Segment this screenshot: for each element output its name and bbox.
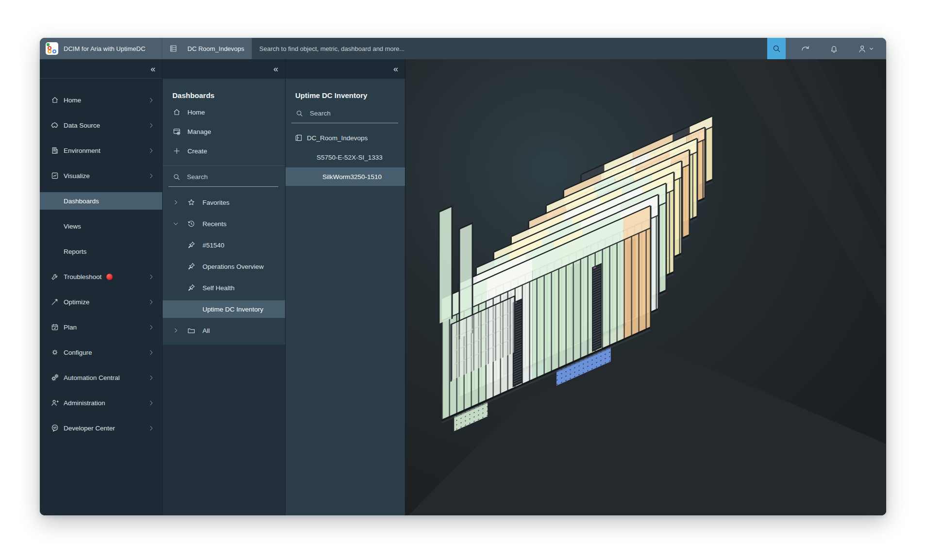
sidebar-item-optimize[interactable]: Optimize xyxy=(40,289,162,314)
sidebar-item-troubleshoot[interactable]: Troubleshoot xyxy=(40,264,162,289)
sidebar-item-reports[interactable]: Reports xyxy=(40,239,162,264)
dashboards-action-create[interactable]: Create xyxy=(163,141,285,161)
tree-item-operations-overview[interactable]: Operations Overview xyxy=(163,256,285,277)
tree-item-label: Self Health xyxy=(202,284,235,292)
inventory-panel-title: Uptime DC Inventory xyxy=(286,79,405,102)
star-icon xyxy=(187,198,196,207)
tree-item-51540[interactable]: #51540 xyxy=(163,234,285,256)
gears-icon xyxy=(51,373,59,382)
chevron-down-icon xyxy=(869,47,874,51)
tree-item-all[interactable]: All xyxy=(163,320,285,341)
pin-icon xyxy=(187,283,196,292)
dashboards-search-input[interactable] xyxy=(187,173,278,181)
inventory-item-label: SilkWorm3250-1510 xyxy=(322,173,382,181)
tree-item-favorites[interactable]: Favorites xyxy=(163,192,285,213)
chevron-right-icon xyxy=(148,148,154,154)
brand[interactable]: DCIM for Aria with UptimeDC xyxy=(40,38,162,59)
main-columns: « HomeData SourceEnvironmentVisualizeDas… xyxy=(40,59,886,515)
chevron-right-icon xyxy=(148,122,154,129)
sidebar-item-label: Configure xyxy=(64,349,92,356)
tree-item-recents[interactable]: Recents xyxy=(163,213,285,234)
inventory-search xyxy=(291,109,398,123)
sidebar-list: HomeData SourceEnvironmentVisualizeDashb… xyxy=(40,79,162,441)
sidebar-item-home[interactable]: Home xyxy=(40,87,162,113)
home-icon xyxy=(51,96,59,104)
folder-icon xyxy=(187,326,196,335)
room-icon xyxy=(294,133,303,142)
topbar: DCIM for Aria with UptimeDC DC Room_Inde… xyxy=(40,38,886,59)
plus-icon xyxy=(172,147,181,155)
sidebar-item-label: Views xyxy=(64,223,81,230)
sidebar-header: « xyxy=(40,59,162,79)
home-icon xyxy=(172,108,181,116)
redo-icon[interactable] xyxy=(800,44,810,54)
collapse-dashboards-panel-icon[interactable]: « xyxy=(273,65,278,73)
tree-item-label: #51540 xyxy=(202,242,224,249)
manage-icon xyxy=(172,127,181,136)
sidebar-item-label: Optimize xyxy=(64,298,89,306)
inventory-item-label: DC_Room_Indevops xyxy=(307,134,368,142)
sidebar-item-label: Developer Center xyxy=(64,425,115,432)
sidebar-item-environment[interactable]: Environment xyxy=(40,138,162,163)
sidebar-item-visualize[interactable]: Visualize xyxy=(40,163,162,188)
dashboards-actions: HomeManageCreate xyxy=(163,102,285,161)
dev-icon xyxy=(51,424,59,432)
sidebar-item-configure[interactable]: Configure xyxy=(40,340,162,365)
caret-down-icon[interactable] xyxy=(172,220,179,227)
chevron-right-icon xyxy=(148,324,154,330)
caret-right-icon[interactable] xyxy=(172,327,179,334)
sidebar-item-label: Environment xyxy=(64,147,101,154)
inventory-search-input[interactable] xyxy=(310,110,398,117)
inventory-panel: « Uptime DC Inventory DC_Room_IndevopsS5… xyxy=(285,59,405,515)
pin-icon xyxy=(187,241,196,249)
global-search xyxy=(252,38,767,59)
caret-right-icon[interactable] xyxy=(172,199,179,206)
sidebar-item-plan[interactable]: Plan xyxy=(40,314,162,340)
sidebar-item-label: Troubleshoot xyxy=(64,273,101,280)
sidebar-item-label: Dashboards xyxy=(64,198,99,205)
chevron-right-icon xyxy=(148,274,154,280)
wrench-icon xyxy=(51,272,59,281)
sidebar-item-views[interactable]: Views xyxy=(40,214,162,239)
divider xyxy=(163,165,285,166)
sidebar-item-label: Reports xyxy=(64,248,86,255)
action-label: Home xyxy=(187,109,205,116)
sidebar-item-dashboards[interactable]: Dashboards xyxy=(40,188,162,214)
user-menu[interactable] xyxy=(858,44,874,54)
collapse-sidebar-icon[interactable]: « xyxy=(151,65,155,73)
global-search-input[interactable] xyxy=(252,38,767,59)
sidebar-item-data-source[interactable]: Data Source xyxy=(40,113,162,138)
action-label: Create xyxy=(187,148,207,155)
dashboards-action-home[interactable]: Home xyxy=(163,102,285,122)
collapse-inventory-panel-icon[interactable]: « xyxy=(393,65,398,73)
inventory-item-silkworm3250-1510[interactable]: SilkWorm3250-1510 xyxy=(286,167,405,186)
inventory-panel-body: Uptime DC Inventory DC_Room_IndevopsS575… xyxy=(286,79,405,515)
sidebar-item-automation-central[interactable]: Automation Central xyxy=(40,365,162,390)
sidebar-item-label: Visualize xyxy=(64,172,90,180)
inventory-item-label: S5750-E-52X-SI_1333 xyxy=(317,154,383,161)
dashboards-action-manage[interactable]: Manage xyxy=(163,122,285,141)
history-icon xyxy=(187,219,196,228)
chevron-right-icon xyxy=(148,375,154,381)
tree-item-label: Recents xyxy=(202,220,227,228)
sidebar-item-administration[interactable]: Administration xyxy=(40,390,162,415)
sidebar-item-developer-center[interactable]: Developer Center xyxy=(40,415,162,441)
user-icon xyxy=(858,44,868,54)
chevron-right-icon xyxy=(148,400,154,406)
context-tab[interactable]: DC Room_Indevops xyxy=(162,38,252,59)
tree-item-self-health[interactable]: Self Health xyxy=(163,277,285,298)
inventory-item-s5750-e-52x-si-1333[interactable]: S5750-E-52X-SI_1333 xyxy=(286,148,405,167)
chevron-right-icon xyxy=(148,299,154,305)
dc-3d-viewport[interactable] xyxy=(405,59,886,515)
chevron-right-icon xyxy=(148,425,154,431)
sidebar-item-label: Automation Central xyxy=(64,374,120,381)
inventory-item-dc-room-indevops[interactable]: DC_Room_Indevops xyxy=(286,128,405,148)
tree-item-label: Favorites xyxy=(202,199,230,206)
notifications-bell-icon[interactable] xyxy=(829,44,839,54)
dashboards-panel-body: Dashboards HomeManageCreate FavoritesRec… xyxy=(163,79,285,345)
search-icon xyxy=(172,173,181,181)
tree-item-uptime-dc-inventory[interactable]: Uptime DC Inventory xyxy=(163,300,285,318)
search-button[interactable] xyxy=(767,38,786,59)
chevron-right-icon xyxy=(148,173,154,179)
tree-item-label: Uptime DC Inventory xyxy=(202,306,263,313)
